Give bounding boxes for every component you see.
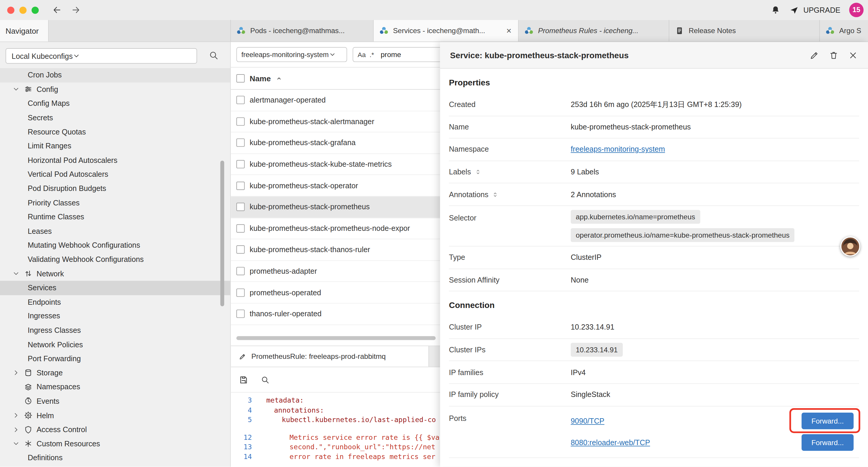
row-checkbox[interactable] (236, 289, 245, 297)
service-row-kube-prometheus-stack-thanos-ruler[interactable]: kube-prometheus-stack-thanos-ruler (231, 239, 440, 261)
sidebar-search-button[interactable] (209, 51, 219, 61)
notifications-button[interactable] (771, 5, 781, 15)
navigator-tab[interactable]: Navigator (0, 20, 49, 41)
search-icon[interactable] (261, 375, 270, 384)
sidebar-item-pod-disruption-budgets[interactable]: Pod Disruption Budgets (0, 181, 230, 196)
sidebar-item-config[interactable]: Config (0, 82, 230, 96)
sidebar-item-horizontal-pod-autoscalers[interactable]: Horizontal Pod Autoscalers (0, 153, 230, 167)
sidebar-item-port-forwarding[interactable]: Port Forwarding (0, 352, 230, 366)
service-row-kube-prometheus-stack-prometheus[interactable]: kube-prometheus-stack-prometheus (231, 197, 440, 218)
sidebar-item-services[interactable]: Services (0, 281, 230, 295)
row-checkbox[interactable] (236, 160, 245, 169)
row-checkbox[interactable] (236, 139, 245, 147)
sidebar-item-priority-classes[interactable]: Priority Classes (0, 196, 230, 210)
editor-search-button[interactable] (261, 375, 270, 384)
updown-icon[interactable] (474, 169, 481, 176)
tab-argo-s[interactable]: Argo S (820, 20, 868, 41)
regex-toggle[interactable]: .* (370, 51, 374, 58)
row-checkbox[interactable] (236, 117, 245, 126)
user-avatar[interactable] (840, 236, 860, 256)
service-row-kube-prometheus-stack-kube-state-metrics[interactable]: kube-prometheus-stack-kube-state-metrics (231, 154, 440, 175)
tab-pods-icecheng-mathmas[interactable]: Pods - icecheng@mathmas... (231, 20, 373, 41)
row-checkbox[interactable] (236, 96, 245, 104)
row-checkbox[interactable] (236, 224, 245, 233)
forward-button[interactable]: Forward... (802, 413, 854, 429)
sidebar-item-network[interactable]: Network (0, 267, 230, 281)
row-checkbox[interactable] (236, 310, 245, 318)
port-link-9090-tcp[interactable]: 9090/TCP (571, 417, 604, 425)
service-row-prometheus-adapter[interactable]: prometheus-adapter (231, 261, 440, 282)
sidebar-item-secrets[interactable]: Secrets (0, 111, 230, 125)
sidebar-item-config-maps[interactable]: Config Maps (0, 96, 230, 111)
edit-button[interactable] (809, 50, 819, 60)
list-search-input[interactable]: Aa .* prome (353, 47, 440, 62)
select-all-checkbox[interactable] (236, 74, 245, 83)
minimize-window-button[interactable] (20, 6, 27, 13)
sidebar-item-vertical-pod-autoscalers[interactable]: Vertical Pod Autoscalers (0, 167, 230, 181)
horizontal-scrollbar[interactable] (236, 336, 436, 340)
service-row-kube-prometheus-stack-alertmanager[interactable]: kube-prometheus-stack-alertmanager (231, 111, 440, 133)
service-row-kube-prometheus-stack-grafana[interactable]: kube-prometheus-stack-grafana (231, 133, 440, 154)
service-row-thanos-ruler-operated[interactable]: thanos-ruler-operated (231, 303, 440, 325)
close-window-button[interactable] (7, 6, 14, 13)
sidebar-item-storage[interactable]: Storage (0, 366, 230, 380)
close-drawer-button[interactable] (848, 50, 858, 60)
floppy-icon[interactable] (239, 375, 249, 385)
forward-button[interactable]: Forward... (802, 434, 854, 451)
sidebar-scrollbar[interactable] (220, 160, 224, 306)
close-tab-icon[interactable]: × (505, 26, 513, 36)
arrow-right-icon[interactable] (71, 5, 81, 15)
row-checkbox[interactable] (236, 245, 245, 254)
service-row-kube-prometheus-stack-prometheus-node-expor[interactable]: kube-prometheus-stack-prometheus-node-ex… (231, 218, 440, 239)
row-checkbox[interactable] (236, 267, 245, 275)
match-case-toggle[interactable]: Aa (358, 51, 366, 58)
dock-tab-prometheusrule[interactable]: PrometheusRule: freeleaps-prod-rabbitmq (231, 346, 429, 367)
row-checkbox[interactable] (236, 203, 245, 211)
tab-services-icecheng-math[interactable]: Services - icecheng@math...× (374, 20, 519, 41)
sidebar-item-runtime-classes[interactable]: Runtime Classes (0, 210, 230, 224)
expand-toggle[interactable] (492, 191, 499, 198)
namespace-filter[interactable]: freeleaps-monitoring-system (236, 47, 347, 62)
port-link-8080-reloader-web-tcp[interactable]: 8080:reloader-web/TCP (571, 438, 650, 447)
close-icon[interactable] (848, 50, 858, 60)
zoom-window-button[interactable] (32, 6, 39, 13)
sidebar-item-mutating-webhook-configurations[interactable]: Mutating Webhook Configurations (0, 238, 230, 253)
sidebar-item-definitions[interactable]: Definitions (0, 451, 230, 465)
column-header-name[interactable]: Name (250, 74, 271, 83)
trash-icon[interactable] (829, 50, 839, 60)
back-button[interactable] (52, 5, 62, 15)
yaml-editor[interactable]: 345121314 metadata:annotations:kubectl.k… (231, 392, 440, 467)
service-row-kube-prometheus-stack-operator[interactable]: kube-prometheus-stack-operator (231, 175, 440, 197)
sidebar-item-network-policies[interactable]: Network Policies (0, 338, 230, 352)
sidebar-item-access-control[interactable]: Access Control (0, 422, 230, 437)
pencil-icon[interactable] (809, 50, 819, 60)
sidebar-item-events[interactable]: Events (0, 394, 230, 408)
arrow-left-icon[interactable] (52, 5, 62, 15)
sidebar-item-custom-resources[interactable]: Custom Resources (0, 437, 230, 451)
link-freeleaps-monitoring-system[interactable]: freeleaps-monitoring-system (571, 145, 665, 154)
tab-prometheus-rules-icecheng[interactable]: Prometheus Rules - icecheng... (519, 20, 670, 41)
sidebar-item-validating-webhook-configurations[interactable]: Validating Webhook Configurations (0, 253, 230, 267)
notification-count-badge[interactable]: 15 (849, 3, 864, 17)
sidebar-item-limit-ranges[interactable]: Limit Ranges (0, 139, 230, 153)
updown-icon[interactable] (492, 191, 499, 198)
tab-release-notes[interactable]: Release Notes (669, 20, 820, 41)
kubeconfig-selector[interactable]: Local Kubeconfigs (6, 48, 197, 63)
row-checkbox[interactable] (236, 181, 245, 190)
bell-icon[interactable] (771, 5, 781, 15)
service-row-prometheus-operated[interactable]: prometheus-operated (231, 282, 440, 303)
save-button[interactable] (239, 375, 249, 385)
sidebar-item-cron-jobs[interactable]: Cron Jobs (0, 68, 230, 82)
sidebar-item-helm[interactable]: Helm (0, 408, 230, 422)
delete-button[interactable] (829, 50, 839, 60)
sidebar-item-ingresses[interactable]: Ingresses (0, 309, 230, 323)
sidebar-item-namespaces[interactable]: Namespaces (0, 380, 230, 394)
sidebar-item-resource-quotas[interactable]: Resource Quotas (0, 125, 230, 139)
expand-toggle[interactable] (474, 169, 481, 176)
service-row-alertmanager-operated[interactable]: alertmanager-operated (231, 90, 440, 111)
search-icon[interactable] (209, 51, 219, 61)
dock-tab-next[interactable] (429, 346, 440, 367)
upgrade-button[interactable]: UPGRADE (789, 5, 840, 15)
sidebar-item-leases[interactable]: Leases (0, 224, 230, 238)
sidebar-item-ingress-classes[interactable]: Ingress Classes (0, 323, 230, 338)
